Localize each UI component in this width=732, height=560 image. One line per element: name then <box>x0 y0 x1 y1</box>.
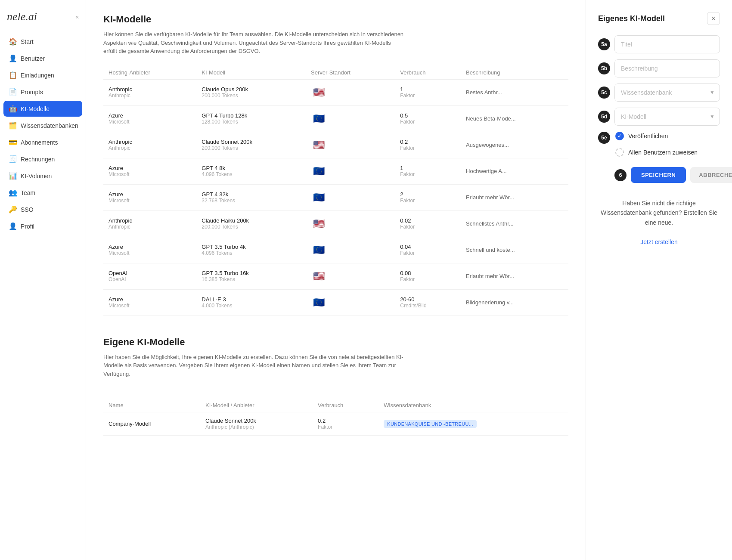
close-button[interactable]: × <box>707 12 720 25</box>
beschreibung-input[interactable] <box>614 59 720 77</box>
checkbox-veroeffentlichen[interactable]: ✓ Veröffentlichen <box>614 132 720 140</box>
checkboxes-container: ✓ Veröffentlichen Allen Benutzern zuweis… <box>614 132 720 161</box>
wissensdatenbank-select[interactable]: Wissensdatenbank <box>614 84 720 102</box>
team-icon: 👥 <box>9 189 16 197</box>
usage-cell: 0.2 Faktor <box>395 132 461 158</box>
table-row: Azure Microsoft GPT 3.5 Turbo 4k 4.096 T… <box>103 237 568 263</box>
desc-cell: Hochwertige A... <box>461 158 568 184</box>
provider-cell: Azure Microsoft <box>103 105 196 132</box>
sidebar-item-benutzer[interactable]: 👤 Benutzer <box>3 50 82 66</box>
name-cell: Company-Modell <box>103 412 200 436</box>
unchecked-icon <box>615 148 624 157</box>
sidebar-item-ki-modelle[interactable]: 🤖 KI-Modelle <box>3 101 82 117</box>
provider-cell: Azure Microsoft <box>103 237 196 263</box>
main-content: KI-Modelle Hier können Sie die verfügbar… <box>86 0 586 560</box>
table-row: OpenAI OpenAI GPT 3.5 Turbo 16k 16.385 T… <box>103 263 568 289</box>
sidebar-item-start[interactable]: 🏠 Start <box>3 34 82 50</box>
sidebar-nav: 🏠 Start 👤 Benutzer 📋 Einladungen 📄 Promp… <box>0 34 86 234</box>
col-wissensdatenbank: Wissensdatenbank <box>378 399 568 412</box>
col-beschreibung: Beschreibung <box>461 66 568 80</box>
desc-cell: Ausgewogenes... <box>461 132 568 158</box>
ki-modell-anbieter-cell: Claude Sonnet 200k Anthropic (Anthropic) <box>200 412 313 436</box>
sidebar-item-prompts[interactable]: 📄 Prompts <box>3 84 82 100</box>
provider-cell: Azure Microsoft <box>103 289 196 316</box>
wissensdatenbank-cell: KUNDENAKQUISE UND -BETREUU... <box>378 412 568 436</box>
sidebar-label-ki-modelle: KI-Modelle <box>21 105 50 112</box>
sidebar-item-einladungen[interactable]: 📋 Einladungen <box>3 67 82 83</box>
subscription-icon: 💳 <box>9 138 16 146</box>
model-cell: Claude Haiku 200k 200.000 Tokens <box>196 210 306 237</box>
col-server-standort: Server-Standort <box>306 66 395 80</box>
model-cell: Claude Sonnet 200k 200.000 Tokens <box>196 132 306 158</box>
allen-benutzern-label: Allen Benutzern zuweisen <box>628 149 698 156</box>
action-buttons: 6 SPEICHERN ABBRECHEN <box>614 167 720 183</box>
step-badge-5d: 5d <box>598 111 610 123</box>
desc-cell: Bestes Anthr... <box>461 79 568 105</box>
desc-cell: Schnellstes Anthr... <box>461 210 568 237</box>
verbrauch-cell: 0.2 Faktor <box>313 412 378 436</box>
sidebar-label-benutzer: Benutzer <box>21 55 45 62</box>
sidebar-label-prompts: Prompts <box>21 89 43 96</box>
user-icon: 👤 <box>9 54 16 62</box>
sidebar-item-team[interactable]: 👥 Team <box>3 185 82 201</box>
usage-cell: 0.02 Faktor <box>395 210 461 237</box>
sidebar-logo: nele.ai « <box>0 7 86 34</box>
usage-cell: 20-60 Credits/Bild <box>395 289 461 316</box>
sidebar-label-einladungen: Einladungen <box>21 72 54 79</box>
ki-modelle-table: Hosting-Anbieter KI-Modell Server-Stando… <box>103 66 568 316</box>
right-panel: Eigenes KI-Modell × 5a 5b 5c Wissensdate… <box>586 0 732 560</box>
model-cell: GPT 4 32k 32.768 Tokens <box>196 184 306 210</box>
flag-cell: 🇺🇸 <box>306 263 395 289</box>
sidebar-label-rechnungen: Rechnungen <box>21 156 55 163</box>
field-row-wissensdatenbank: 5c Wissensdatenbank ▼ <box>598 84 720 102</box>
collapse-button[interactable]: « <box>75 13 79 20</box>
table-row: Azure Microsoft GPT 4 Turbo 128k 128.000… <box>103 105 568 132</box>
sidebar-label-wissensdatenbanken: Wissensdatenbanken <box>21 122 78 129</box>
desc-cell: Schnell und koste... <box>461 237 568 263</box>
field-row-titel: 5a <box>598 35 720 53</box>
hint-link[interactable]: Jetzt erstellen <box>640 238 677 245</box>
ki-modell-select[interactable]: KI-Modell <box>614 108 720 126</box>
sso-icon: 🔑 <box>9 205 16 213</box>
usage-cell: 0.04 Faktor <box>395 237 461 263</box>
sidebar: nele.ai « 🏠 Start 👤 Benutzer 📋 Einladung… <box>0 0 86 560</box>
model-cell: GPT 4 8k 4.096 Tokens <box>196 158 306 184</box>
ki-modelle-description: Hier können Sie die verfügbaren KI-Model… <box>103 30 405 56</box>
save-button[interactable]: SPEICHERN <box>631 167 686 183</box>
sidebar-item-wissensdatenbanken[interactable]: 🗂️ Wissensdatenbanken <box>3 118 82 133</box>
wissensdatenbank-select-wrapper: Wissensdatenbank ▼ <box>614 84 720 102</box>
table-row: Anthropic Anthropic Claude Haiku 200k 20… <box>103 210 568 237</box>
checkbox-allen-benutzern[interactable]: Allen Benutzern zuweisen <box>614 148 720 157</box>
model-cell: GPT 4 Turbo 128k 128.000 Tokens <box>196 105 306 132</box>
desc-cell: Bildgenerierung v... <box>461 289 568 316</box>
col-ki-modell: KI-Modell <box>196 66 306 80</box>
table-row: Anthropic Anthropic Claude Sonnet 200k 2… <box>103 132 568 158</box>
sidebar-item-abonnements[interactable]: 💳 Abonnements <box>3 134 82 150</box>
titel-input[interactable] <box>614 35 720 53</box>
table-row: Company-Modell Claude Sonnet 200k Anthro… <box>103 412 568 436</box>
cancel-button[interactable]: ABBRECHEN <box>690 167 732 183</box>
sidebar-item-rechnungen[interactable]: 🧾 Rechnungen <box>3 151 82 167</box>
eigene-ki-modelle-description: Hier haben Sie die Möglichkeit, Ihre eig… <box>103 353 405 378</box>
hint-box: Haben Sie nicht die richtige Wissensdate… <box>598 198 720 247</box>
app-logo: nele.ai <box>7 10 37 23</box>
provider-cell: Anthropic Anthropic <box>103 132 196 158</box>
model-cell: DALL-E 3 4.000 Tokens <box>196 289 306 316</box>
sidebar-item-sso[interactable]: 🔑 SSO <box>3 201 82 217</box>
flag-cell: 🇪🇺 <box>306 237 395 263</box>
field-row-beschreibung: 5b <box>598 59 720 77</box>
panel-header: Eigenes KI-Modell × <box>598 12 720 25</box>
eigene-ki-modelle-title: Eigene KI-Modelle <box>103 337 568 348</box>
flag-cell: 🇺🇸 <box>306 79 395 105</box>
flag-cell: 🇪🇺 <box>306 105 395 132</box>
invite-icon: 📋 <box>9 71 16 79</box>
usage-cell: 1 Faktor <box>395 79 461 105</box>
sidebar-item-ki-volumen[interactable]: 📊 KI-Volumen <box>3 168 82 184</box>
provider-cell: Anthropic Anthropic <box>103 210 196 237</box>
sidebar-label-abonnements: Abonnements <box>21 139 58 146</box>
sidebar-label-sso: SSO <box>21 206 34 213</box>
sidebar-item-profil[interactable]: 👤 Profil <box>3 218 82 234</box>
panel-title: Eigenes KI-Modell <box>598 14 665 23</box>
flag-cell: 🇺🇸 <box>306 132 395 158</box>
flag-cell: 🇪🇺 <box>306 158 395 184</box>
